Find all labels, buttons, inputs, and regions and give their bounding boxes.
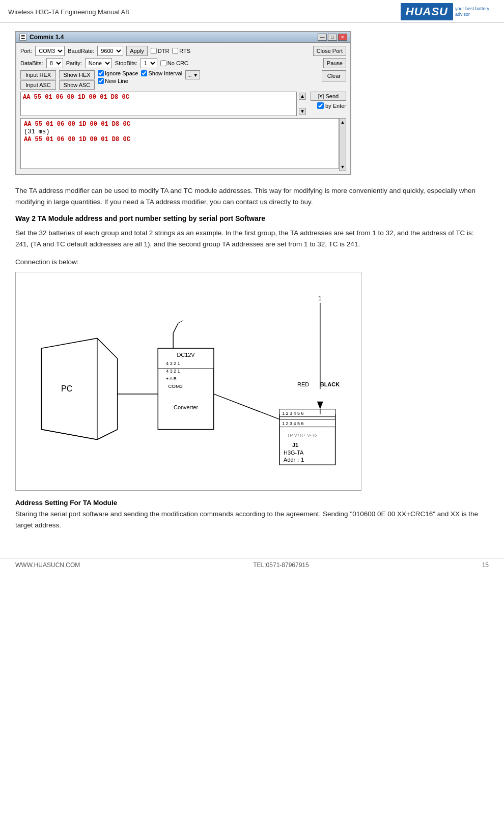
logo-container: HUASU your best battery advisor [401, 3, 496, 20]
input-asc-button[interactable]: Input ASC [20, 80, 56, 90]
connection-label: Connection is below: [15, 257, 489, 268]
page-header: Wireless H3G-TA Engineering Manual A8 HU… [0, 0, 504, 23]
page-title: Wireless H3G-TA Engineering Manual A8 [8, 8, 129, 16]
show-hex-button[interactable]: Show HEX [59, 70, 95, 79]
hex-input-row: AA 55 01 06 00 1D 00 01 D8 0C ▲ ▼ [s] Se… [20, 92, 346, 116]
paragraph-1: The TA address modifier can be used to m… [15, 185, 489, 207]
svg-marker-0 [41, 338, 117, 439]
address-section-title: Address Setting For TA Module [15, 499, 489, 507]
minus-plus-label: - + A B [163, 376, 177, 381]
show-interval-group-label[interactable]: Show Interval [141, 70, 182, 76]
by-enter-checkbox[interactable] [317, 102, 324, 109]
page-content: ☰ Commix 1.4 — □ ✕ Port: COM3 BaudRate: … [0, 23, 504, 548]
parity-select[interactable]: None [85, 58, 112, 68]
red-label: RED [297, 381, 309, 387]
output-scroll-up[interactable]: ▲ [341, 120, 345, 125]
commix-titlebar: ☰ Commix 1.4 — □ ✕ [16, 32, 350, 43]
output-line-2: (31 ms) [24, 128, 335, 135]
apply-button[interactable]: Apply [126, 46, 148, 56]
red-black-labels: RED BLACK 1 [297, 294, 340, 414]
dc12v-label: DC12V [177, 352, 195, 358]
output-area: AA 55 01 06 00 1D 00 01 D8 0C (31 ms) AA… [20, 118, 339, 169]
footer-tel: TEL:0571-87967915 [253, 562, 309, 569]
databits-select[interactable]: 8 [46, 58, 63, 68]
no-crc-checkbox-group[interactable]: No CRC [160, 60, 188, 66]
databits-label: DataBits: [20, 60, 43, 66]
close-port-button[interactable]: Close Port [313, 46, 346, 56]
dots-button[interactable]: ... ▼ [185, 70, 200, 79]
scroll-up-arrow[interactable]: ▲ [299, 93, 306, 100]
clear-button[interactable]: Clear [322, 70, 346, 81]
dots-clear-group: ... ▼ [185, 70, 200, 83]
show-btn-group: Show HEX Show ASC [59, 70, 95, 90]
parity-label: Parity: [66, 60, 82, 66]
send-button[interactable]: [s] Send [311, 92, 346, 101]
svg-text:1 2 3 4 5 6: 1 2 3 4 5 6 [282, 411, 303, 416]
h3gta-label: H3G-TA [284, 450, 304, 456]
dtr-label: DTR [158, 48, 170, 54]
logo-tagline: your best battery advisor [455, 6, 496, 17]
address-setting-text: Staring the serial port software and sen… [15, 509, 489, 530]
j1-label: J1 [292, 442, 298, 448]
svg-text:TP V+R+ V- R-: TP V+R+ V- R- [287, 433, 317, 438]
output-scrollbar[interactable]: ▲ ▼ [339, 118, 346, 171]
rts-checkbox-group[interactable]: RTS [172, 48, 190, 54]
hex-input[interactable]: AA 55 01 06 00 1D 00 01 D8 0C [20, 92, 297, 116]
show-asc-button[interactable]: Show ASC [59, 80, 95, 90]
send-panel: [s] Send by Enter [308, 92, 346, 116]
input-btn-group: Input HEX Input ASC [20, 70, 56, 90]
diagram-svg: PC DC12V 4 3 2 1 4 3 2 1 - + A B COM3 Co… [16, 272, 361, 490]
ignore-space-label: Ignore Space [105, 70, 138, 76]
commix-window: ☰ Commix 1.4 — □ ✕ Port: COM3 BaudRate: … [15, 31, 351, 175]
output-line-3: AA 55 01 06 00 1D 00 01 D8 0C [24, 136, 335, 143]
rts-checkbox[interactable] [172, 48, 178, 54]
stopbits-label: StopBits: [115, 60, 137, 66]
toolbar-row-2: DataBits: 8 Parity: None StopBits: 1 No … [20, 58, 346, 68]
addr-label: Addr：1 [284, 457, 304, 463]
pause-button[interactable]: Pause [323, 58, 346, 68]
paragraph-2: Set the 32 batteries of each group and t… [15, 228, 489, 249]
commix-title: Commix 1.4 [30, 34, 64, 41]
ignore-space-checkbox[interactable] [98, 70, 104, 76]
toolbar-row-3: Input HEX Input ASC Show HEX Show ASC Ig… [20, 70, 346, 90]
by-enter-label: by Enter [325, 103, 346, 109]
rts-label: RTS [179, 48, 190, 54]
minimize-button[interactable]: — [318, 34, 327, 41]
commix-icon: ☰ [19, 34, 26, 41]
output-scroll-down[interactable]: ▼ [341, 164, 345, 170]
new-line-checkbox[interactable] [98, 78, 104, 84]
diagram-container: PC DC12V 4 3 2 1 4 3 2 1 - + A B COM3 Co… [15, 272, 361, 491]
input-hex-button[interactable]: Input HEX [20, 70, 56, 79]
scroll-down-arrow[interactable]: ▼ [299, 108, 306, 115]
close-button[interactable]: ✕ [338, 34, 347, 41]
baudrate-select[interactable]: 9600 [97, 46, 123, 56]
svg-line-11 [178, 321, 183, 323]
by-enter-group[interactable]: by Enter [317, 102, 346, 109]
show-interval-checkbox[interactable] [141, 70, 147, 76]
svg-text:4 3 2 1: 4 3 2 1 [166, 369, 180, 374]
dtr-checkbox[interactable] [151, 48, 157, 54]
logo-text: HUASU [401, 3, 453, 20]
black-label: BLACK [320, 381, 340, 387]
no-crc-label: No CRC [167, 60, 188, 66]
svg-text:4 3 2 1: 4 3 2 1 [166, 361, 180, 366]
com3-label: COM3 [168, 383, 183, 389]
svg-text:1 2 3 4 5 6: 1 2 3 4 5 6 [282, 421, 303, 426]
show-interval-group: Show Interval [141, 70, 182, 87]
dtr-checkbox-group[interactable]: DTR [151, 48, 170, 54]
num1-label: 1 [318, 294, 322, 302]
port-select[interactable]: COM3 [35, 46, 65, 56]
show-interval-label: Show Interval [148, 70, 182, 76]
no-crc-checkbox[interactable] [160, 60, 166, 66]
converter-label: Converter [174, 404, 198, 410]
page-footer: WWW.HUASUCN.COM TEL:0571-87967915 15 [0, 558, 504, 572]
ignore-space-group[interactable]: Ignore Space [98, 70, 138, 76]
converter-h3gta-wire [214, 394, 279, 419]
maximize-button[interactable]: □ [328, 34, 337, 41]
stopbits-select[interactable]: 1 [141, 58, 157, 68]
scroll-arrows: ▲ ▼ [299, 92, 306, 116]
converter-group: DC12V 4 3 2 1 4 3 2 1 - + A B COM3 Conve… [158, 321, 213, 430]
svg-marker-19 [317, 402, 323, 409]
new-line-group[interactable]: New Line [98, 78, 138, 84]
pc-group: PC [41, 338, 117, 439]
